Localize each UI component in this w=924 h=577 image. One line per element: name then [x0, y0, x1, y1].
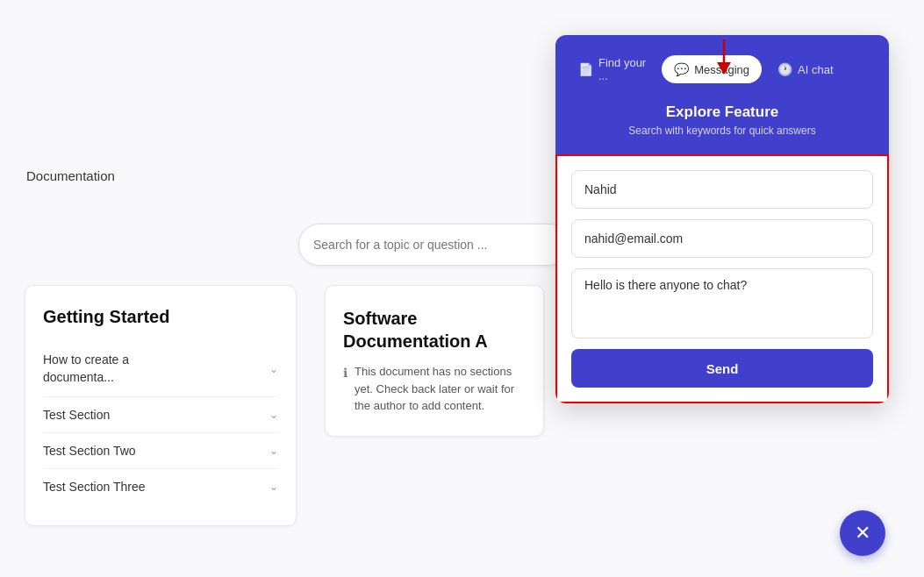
section-item-test[interactable]: Test Section ⌄: [43, 396, 278, 432]
tab-find[interactable]: 📄 Find your...: [566, 49, 658, 89]
section-item-test-three[interactable]: Test Section Three ⌄: [43, 468, 278, 504]
close-fab-button[interactable]: ✕: [840, 510, 885, 556]
section-item-label: Test Section Two: [43, 444, 136, 458]
document-icon: 📄: [578, 62, 593, 76]
section-item-label: How to create adocumenta...: [43, 352, 129, 386]
getting-started-title: Getting Started: [43, 307, 278, 327]
search-input[interactable]: [313, 238, 555, 252]
explore-subtitle: Search with keywords for quick answers: [566, 125, 878, 137]
software-doc-text: This document has no sections yet. Check…: [355, 363, 526, 415]
tab-bar: 📄 Find your... 💬 Messaging 🕐 AI chat: [566, 49, 878, 89]
message-textarea[interactable]: [571, 268, 873, 338]
section-item-label: Test Section: [43, 408, 110, 422]
tab-find-label: Find your...: [598, 56, 646, 82]
software-doc-card: Software Documentation A ℹ This document…: [325, 285, 544, 437]
tab-messaging[interactable]: 💬 Messaging: [662, 55, 762, 83]
chevron-down-icon: ⌄: [269, 445, 278, 457]
chat-widget: 📄 Find your... 💬 Messaging 🕐 AI chat Exp…: [555, 35, 889, 403]
widget-form-body: Send: [555, 154, 889, 403]
section-item-create[interactable]: How to create adocumenta... ⌄: [43, 341, 278, 396]
chevron-down-icon: ⌄: [269, 409, 278, 421]
tab-ai-chat-label: AI chat: [798, 63, 833, 76]
email-input[interactable]: [571, 219, 873, 258]
chevron-down-icon: ⌄: [269, 363, 278, 375]
close-icon: ✕: [855, 522, 870, 545]
software-doc-title: Software Documentation A: [343, 307, 526, 353]
widget-header: 📄 Find your... 💬 Messaging 🕐 AI chat Exp…: [555, 35, 889, 154]
name-input[interactable]: [571, 170, 873, 209]
documentation-label: Documentation: [26, 168, 115, 183]
tab-ai-chat[interactable]: 🕐 AI chat: [765, 55, 845, 83]
explore-section: Explore Feature Search with keywords for…: [566, 103, 878, 137]
send-button[interactable]: Send: [571, 349, 873, 388]
section-item-test-two[interactable]: Test Section Two ⌄: [43, 432, 278, 468]
getting-started-card: Getting Started How to create adocumenta…: [25, 285, 297, 526]
explore-title: Explore Feature: [566, 103, 878, 121]
chevron-down-icon: ⌄: [269, 481, 278, 493]
tab-messaging-label: Messaging: [694, 63, 749, 76]
clock-icon: 🕐: [777, 62, 792, 76]
messaging-icon: 💬: [674, 62, 689, 76]
software-doc-info: ℹ This document has no sections yet. Che…: [343, 363, 526, 415]
info-icon: ℹ: [343, 364, 347, 382]
section-item-label: Test Section Three: [43, 480, 145, 494]
search-bar[interactable]: [298, 224, 570, 266]
